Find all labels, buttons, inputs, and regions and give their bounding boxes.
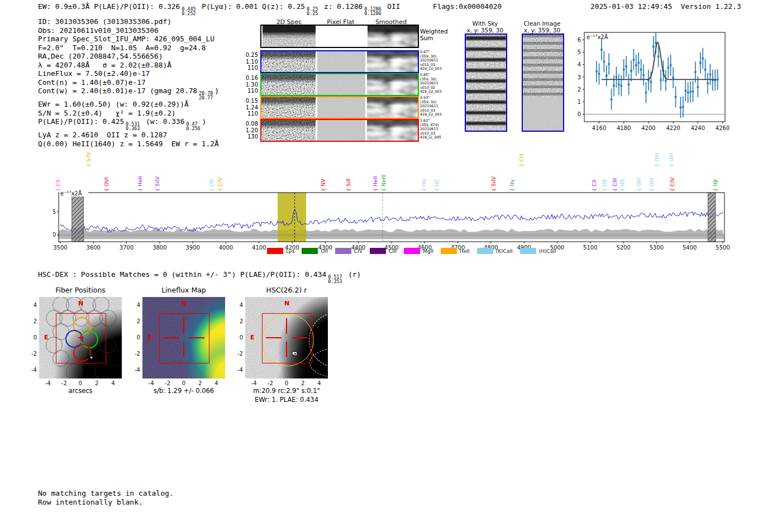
spec2d-row-left-labels: 0.161.30110 (240, 75, 258, 94)
lineflux-ifu-box (159, 313, 209, 363)
line-label-civ: { CIV (217, 178, 223, 191)
header-flags: Flags:0x00004020 (433, 2, 502, 11)
legend-item-hcaii: (H)CaII (520, 248, 556, 254)
svg-text:5500: 5500 (716, 245, 729, 251)
y-tick: -4 (233, 367, 243, 373)
withsky-image (465, 33, 507, 132)
svg-text:5300: 5300 (650, 245, 664, 251)
line-label-hβ: { Hβ (712, 179, 718, 191)
svg-text:3: 3 (578, 74, 581, 80)
legend-item-heii: HeII (441, 248, 470, 254)
x-tick: 2 (297, 380, 308, 386)
hsc-cutout-title: HSC(26.2) r (245, 286, 328, 294)
lineflux-caption: s/b: 1.29 +/- 0.066 (134, 387, 233, 395)
y-tick: -2 (130, 351, 140, 357)
x-tick: -2 (162, 380, 173, 386)
info-line: Cont(n) = 1.40(±0.07)e-17 (38, 78, 219, 87)
svg-text:4000: 4000 (219, 245, 233, 251)
line-label-oiii: { OIII (649, 178, 655, 191)
report-timestamp: 2025-01-03 12:49:45 (590, 2, 672, 11)
info-line: EWr = 1.60(±0.50) (w: 0.92(±0.29))Å (38, 100, 219, 109)
detection-info-block: ID: 3013035306 (3013035306.pdf)Obs: 2021… (38, 17, 219, 148)
fiber-circle (106, 350, 122, 367)
line-label-nv: { NV (320, 179, 326, 191)
svg-text:3600: 3600 (87, 245, 101, 251)
svg-text:5: 5 (53, 209, 56, 215)
compass-north: N (182, 300, 187, 307)
header-timestamp-version: 2025-01-03 12:49:45 Version 1.22.3 (590, 2, 741, 11)
line-label-ovi: { OVI (103, 177, 109, 191)
lineflux-map-title: Lineflux Map (142, 286, 225, 294)
svg-text:e⁻¹⁷x2Å: e⁻¹⁷x2Å (60, 190, 82, 196)
svg-text:4200: 4200 (641, 125, 655, 131)
x-tick: 0 (178, 380, 189, 386)
report-version: Version 1.22.3 (681, 2, 741, 11)
hsc-caption-2: EWr: 1. PLAE: 0.434 (237, 396, 336, 404)
y-tick: 4 (27, 302, 37, 308)
fiber-positions-title: Fiber Positions (39, 286, 122, 294)
legend-swatch (404, 248, 420, 254)
y-tick: 4 (130, 302, 140, 308)
fiber-xlabel: arcsecs (39, 387, 122, 395)
x-tick: 4 (313, 380, 325, 386)
legend-item-ly: Lyα (267, 248, 294, 254)
svg-text:5400: 5400 (683, 245, 697, 251)
info-line: ID: 3013035306 (3013035306.pdf) (38, 17, 219, 26)
x-tick: 2 (194, 380, 206, 386)
legend-item-kcaii: (K)CaII (477, 248, 513, 254)
svg-text:4260: 4260 (716, 125, 729, 131)
header-summary-line: EW: 0.9±0.3Å P(LAE)/P(OII): 0.3260.4450.… (38, 2, 400, 16)
spec2d-row-left-labels: 0.081.20130 (240, 121, 258, 140)
zoom-spectrum-plot: 0123456416041804200422042404260e⁻¹⁷x2Å (575, 28, 737, 137)
info-line: Cont(w) = 2.40(±0.01)e-17 (gmag 20.7820.… (38, 87, 219, 100)
y-tick: 2 (233, 318, 243, 324)
hsc-cutout-image: N E (245, 297, 328, 378)
withsky-title: With Skyx, y: 359, 30 (458, 20, 512, 33)
fiber-positions-image: N E (39, 297, 122, 378)
legend-swatch (441, 248, 457, 254)
svg-text:3500: 3500 (53, 245, 67, 251)
spec2d-row-left-labels: 0.251.10110 (240, 52, 258, 71)
cleanimage-image (522, 33, 564, 132)
lineflux-map-image: N E (142, 297, 225, 378)
spec2d-row (260, 96, 419, 119)
line-label-siiv: { SiIV (85, 152, 92, 167)
spec2d-row-right-labels: 0.85"(359, 30)20210611v010_02426_LU_003 (420, 73, 454, 94)
legend-swatch (267, 248, 283, 254)
x-tick: -2 (265, 380, 276, 386)
info-line: Obs: 20210611v010_3013035306 (38, 26, 219, 35)
weighted-sum-label: WeightedSum (420, 28, 448, 41)
x-tick: 4 (107, 380, 118, 386)
line-label-oiii: { OIII (654, 153, 660, 167)
svg-text:4220: 4220 (666, 125, 680, 131)
svg-text:1: 1 (578, 99, 581, 105)
weighted-sum-strip (260, 25, 419, 48)
spec2d-row-right-labels: 0.93"(359, 30)20210611v010_03426_LU_003 (420, 96, 454, 117)
line-label-oiii: { OIII (636, 178, 642, 191)
hsc-dex-line: HSC-DEX : Possible Matches = 0 (within +… (38, 270, 361, 284)
lineflux-crosshair (183, 318, 184, 334)
info-line: Primary Spec_Slot_IFU_AMP: 426_095_004_L… (38, 35, 219, 44)
line-label-hβ: { Hβ (601, 179, 607, 191)
svg-text:2: 2 (578, 87, 581, 93)
svg-text:4180: 4180 (617, 125, 631, 131)
svg-text:e⁻¹⁷x2Å: e⁻¹⁷x2Å (586, 33, 608, 40)
y-tick: 4 (233, 302, 243, 308)
legend-item-civ: CIV (335, 248, 363, 254)
legend-item-ciii: CIII (370, 248, 397, 254)
legend-swatch (477, 248, 493, 254)
info-line: Q(0.00) HeII(1640) z = 1.5649 EW r = 1.2… (38, 140, 219, 148)
y-tick: 0 (233, 334, 243, 341)
line-label-cii: { CII (55, 180, 61, 191)
spec2d-row (260, 50, 419, 73)
legend-swatch (370, 248, 386, 254)
x-tick: 0 (281, 380, 292, 386)
line-label-hβ: { Hβ (619, 179, 625, 191)
line-label-neiii: { NeIII (380, 175, 387, 191)
svg-text:5100: 5100 (583, 245, 597, 251)
y-tick: 0 (27, 334, 37, 341)
line-label-oiii: { OIII (668, 153, 674, 167)
line-legend: LyαOIICIVCIIIMgIIHeII(K)CaII(H)CaII (267, 248, 556, 254)
hsc-caption-1: m:20.9 rc:2.9" s:0.1" (237, 387, 336, 395)
legend-swatch (520, 248, 536, 254)
